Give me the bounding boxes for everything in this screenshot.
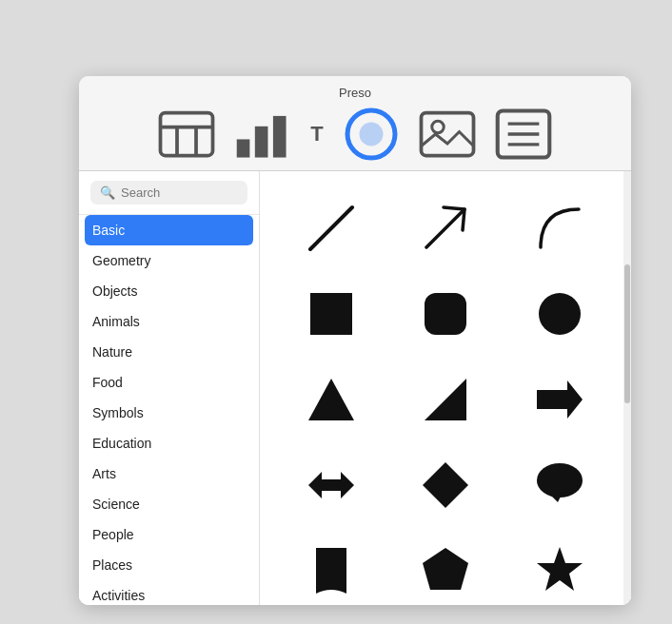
chart-icon[interactable] bbox=[234, 106, 291, 163]
sidebar-item-science[interactable]: Science bbox=[79, 489, 259, 519]
sidebar-item-people[interactable]: People bbox=[79, 519, 259, 550]
toolbar-icons: T bbox=[158, 106, 551, 163]
toolbar: Preso bbox=[79, 76, 631, 171]
shape-pentagon[interactable] bbox=[393, 533, 498, 605]
search-icon: 🔍 bbox=[100, 185, 115, 200]
shape-diamond[interactable] bbox=[393, 447, 498, 523]
toolbar-title: Preso bbox=[339, 86, 371, 100]
shape-rounded-square[interactable] bbox=[393, 276, 498, 352]
svg-rect-4 bbox=[237, 139, 250, 157]
svg-marker-24 bbox=[423, 462, 468, 508]
svg-marker-27 bbox=[423, 548, 468, 590]
shape-double-arrow[interactable] bbox=[279, 447, 384, 523]
media-icon[interactable] bbox=[419, 106, 476, 163]
shape-circle[interactable] bbox=[507, 276, 612, 352]
svg-marker-22 bbox=[537, 380, 583, 419]
right-scrollbar-thumb bbox=[624, 264, 630, 403]
shape-document[interactable] bbox=[279, 533, 384, 605]
shapes-area bbox=[260, 171, 631, 605]
shape-curve[interactable] bbox=[507, 190, 612, 266]
shape-arrow[interactable] bbox=[393, 190, 498, 266]
shape-square[interactable] bbox=[279, 276, 384, 352]
shape-right-triangle[interactable] bbox=[393, 361, 498, 438]
svg-point-8 bbox=[359, 123, 383, 146]
svg-marker-23 bbox=[308, 472, 354, 498]
svg-marker-28 bbox=[537, 547, 583, 591]
search-input-wrapper[interactable]: 🔍 bbox=[90, 181, 247, 205]
app-window: Preso bbox=[0, 0, 672, 624]
sidebar-item-food[interactable]: Food bbox=[79, 367, 259, 398]
text-icon[interactable]: T bbox=[310, 122, 323, 146]
sidebar-item-arts[interactable]: Arts bbox=[79, 458, 259, 489]
svg-rect-17 bbox=[310, 293, 352, 335]
svg-line-16 bbox=[426, 209, 464, 247]
sidebar-item-activities[interactable]: Activities bbox=[79, 580, 259, 605]
svg-line-15 bbox=[310, 207, 352, 249]
shape-star[interactable] bbox=[507, 533, 612, 605]
shapes-grid bbox=[260, 171, 631, 605]
sidebar-item-objects[interactable]: Objects bbox=[79, 276, 259, 306]
shape-speech-bubble[interactable] bbox=[507, 447, 612, 523]
sidebar-item-geometry[interactable]: Geometry bbox=[79, 245, 259, 276]
sidebar: 🔍 Basic Geometry Objects Animals Nature … bbox=[79, 171, 260, 605]
search-bar: 🔍 bbox=[79, 171, 259, 215]
svg-point-19 bbox=[539, 293, 581, 335]
shapes-icon[interactable] bbox=[343, 106, 400, 163]
shapes-panel: Preso bbox=[79, 76, 631, 605]
categories-list: Basic Geometry Objects Animals Nature Fo… bbox=[79, 215, 259, 605]
search-input[interactable] bbox=[121, 185, 238, 200]
svg-marker-21 bbox=[425, 379, 466, 420]
table-icon[interactable] bbox=[158, 106, 215, 163]
svg-rect-9 bbox=[421, 113, 473, 156]
svg-rect-18 bbox=[425, 293, 466, 335]
main-panel: 🔍 Basic Geometry Objects Animals Nature … bbox=[79, 171, 631, 605]
svg-point-10 bbox=[431, 121, 444, 133]
sidebar-item-nature[interactable]: Nature bbox=[79, 337, 259, 367]
sidebar-item-basic[interactable]: Basic bbox=[85, 215, 253, 245]
shape-right-arrow[interactable] bbox=[507, 361, 612, 438]
svg-rect-5 bbox=[255, 127, 268, 158]
list-icon[interactable] bbox=[495, 106, 552, 163]
svg-point-25 bbox=[537, 463, 583, 497]
sidebar-item-animals[interactable]: Animals bbox=[79, 306, 259, 337]
sidebar-item-places[interactable]: Places bbox=[79, 550, 259, 580]
sidebar-item-symbols[interactable]: Symbols bbox=[79, 398, 259, 428]
shape-triangle[interactable] bbox=[279, 361, 384, 438]
svg-rect-6 bbox=[273, 116, 287, 158]
svg-rect-0 bbox=[161, 113, 213, 156]
sidebar-item-education[interactable]: Education bbox=[79, 428, 259, 458]
shape-diagonal-line[interactable] bbox=[279, 190, 384, 266]
svg-marker-20 bbox=[308, 379, 354, 420]
right-scrollbar[interactable] bbox=[623, 171, 631, 605]
